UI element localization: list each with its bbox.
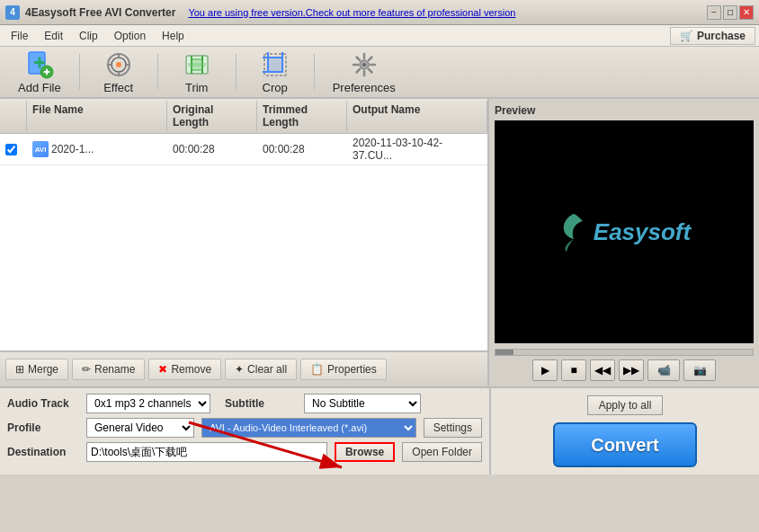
header-original: Original Length <box>167 101 257 131</box>
svg-line-33 <box>356 69 360 73</box>
crop-button[interactable]: Crop <box>244 47 307 98</box>
preferences-icon <box>350 50 379 79</box>
preview-video: Easysoft <box>495 120 754 343</box>
file-type-icon: AVI <box>32 141 49 157</box>
preview-controls: ▶ ■ ◀◀ ▶▶ 📹 📷 <box>495 359 754 381</box>
merge-label: Merge <box>28 363 58 376</box>
app-icon: 4 <box>5 5 20 20</box>
preview-scroll-thumb[interactable] <box>496 350 513 355</box>
crop-icon <box>261 50 290 79</box>
svg-rect-2 <box>38 57 40 67</box>
row-checkbox-cell[interactable] <box>0 134 27 164</box>
profile-label: Profile <box>7 421 79 434</box>
profile-type-select[interactable]: General Video <box>86 418 194 438</box>
browse-button[interactable]: Browse <box>335 442 395 462</box>
rename-icon: ✏ <box>82 363 91 376</box>
row-filename: AVI 2020-1... <box>27 134 167 164</box>
snapshot-button[interactable]: 📷 <box>683 359 716 381</box>
minimize-button[interactable]: − <box>707 5 721 20</box>
clear-all-button[interactable]: ✦ Clear all <box>225 359 297 380</box>
svg-line-32 <box>369 57 372 60</box>
convert-button[interactable]: Convert <box>553 422 697 467</box>
toolbar-separator-3 <box>236 54 237 90</box>
settings-panel: Audio Track 0x1 mp3 2 channels Subtitle … <box>0 388 489 474</box>
file-table: AVI 2020-1... 00:00:28 00:00:28 2020-11-… <box>0 134 487 350</box>
remove-button[interactable]: ✖ Remove <box>148 359 221 380</box>
subtitle-select[interactable]: No Subtitle <box>304 394 421 413</box>
app-title: 4Easysoft Free AVI Converter <box>25 6 175 19</box>
purchase-label: Purchase <box>697 30 746 42</box>
stop-button[interactable]: ■ <box>561 359 586 381</box>
menu-items: File Edit Clip Option Help <box>4 28 192 44</box>
title-bar: 4 4Easysoft Free AVI Converter You are u… <box>0 0 759 25</box>
trim-label: Trim <box>185 81 209 94</box>
destination-label: Destination <box>7 446 79 458</box>
merge-button[interactable]: ⊞ Merge <box>5 359 68 380</box>
cart-icon: 🛒 <box>680 30 693 42</box>
effect-label: Effect <box>103 81 133 94</box>
preferences-label: Preferences <box>333 81 396 94</box>
file-table-header: File Name Original Length Trimmed Length… <box>0 99 487 134</box>
svg-rect-5 <box>46 68 48 75</box>
menu-bar: File Edit Clip Option Help 🛒 Purchase <box>0 25 759 47</box>
purchase-button[interactable]: 🛒 Purchase <box>670 27 755 45</box>
open-folder-button[interactable]: Open Folder <box>402 442 482 462</box>
audio-track-select[interactable]: 0x1 mp3 2 channels <box>86 394 210 413</box>
rewind-button[interactable]: ◀◀ <box>590 359 615 381</box>
forward-button[interactable]: ▶▶ <box>619 359 644 381</box>
window-controls: − □ ✕ <box>707 5 754 20</box>
restore-button[interactable]: □ <box>723 5 737 20</box>
svg-rect-17 <box>192 59 202 70</box>
destination-input[interactable] <box>86 442 327 462</box>
properties-button[interactable]: 📋 Properties <box>300 359 387 380</box>
menu-clip[interactable]: Clip <box>72 28 105 44</box>
apply-to-all-button[interactable]: Apply to all <box>587 395 664 415</box>
promo-link[interactable]: You are using free version.Check out mor… <box>188 7 515 18</box>
menu-file[interactable]: File <box>4 28 35 44</box>
svg-line-30 <box>356 57 360 60</box>
row-trimmed-length: 00:00:28 <box>257 134 347 164</box>
settings-convert-area: Audio Track 0x1 mp3 2 channels Subtitle … <box>0 386 759 474</box>
rewind-icon: ◀◀ <box>594 364 611 377</box>
logo-leaf-icon <box>558 210 590 253</box>
menu-edit[interactable]: Edit <box>37 28 70 44</box>
video-mode-button[interactable]: 📹 <box>647 359 680 381</box>
play-button[interactable]: ▶ <box>532 359 558 381</box>
svg-line-31 <box>369 69 372 73</box>
menu-help[interactable]: Help <box>155 28 192 44</box>
preferences-button[interactable]: Preferences <box>322 47 406 98</box>
toolbar-separator-4 <box>314 54 315 90</box>
remove-icon: ✖ <box>158 363 167 376</box>
properties-icon: 📋 <box>310 363 324 376</box>
remove-label: Remove <box>171 363 211 376</box>
settings-button[interactable]: Settings <box>424 418 482 438</box>
snapshot-icon: 📷 <box>693 364 707 377</box>
profile-row: Profile General Video AVI - Audio-Video … <box>7 418 482 438</box>
rename-label: Rename <box>94 363 135 376</box>
menu-option[interactable]: Option <box>107 28 153 44</box>
row-original-length: 00:00:28 <box>167 134 257 164</box>
trim-button[interactable]: Trim <box>165 47 228 98</box>
subtitle-label: Subtitle <box>225 397 297 410</box>
rename-button[interactable]: ✏ Rename <box>72 359 145 380</box>
close-button[interactable]: ✕ <box>739 5 754 20</box>
header-filename: File Name <box>27 101 167 131</box>
profile-format-select[interactable]: AVI - Audio-Video Interleaved (*.avi) <box>201 418 416 438</box>
bottom-toolbar: ⊞ Merge ✏ Rename ✖ Remove ✦ Clear all 📋 <box>0 350 487 386</box>
add-file-button[interactable]: Add File <box>7 47 72 98</box>
svg-point-25 <box>362 63 366 66</box>
toolbar: Add File Effect <box>0 47 759 99</box>
play-icon: ▶ <box>541 364 549 377</box>
header-output: Output Name <box>347 101 487 131</box>
effect-button[interactable]: Effect <box>87 47 150 98</box>
add-file-icon <box>25 50 54 79</box>
preview-label: Preview <box>495 104 754 117</box>
stop-icon: ■ <box>570 364 576 377</box>
preview-scrollbar[interactable] <box>495 349 754 356</box>
row-output-name: 2020-11-03-10-42-37.CU... <box>347 134 487 164</box>
trim-icon <box>183 50 211 79</box>
effect-icon <box>104 50 133 79</box>
row-checkbox[interactable] <box>5 144 17 155</box>
add-file-label: Add File <box>18 81 61 94</box>
preview-logo: Easysoft <box>558 210 691 253</box>
